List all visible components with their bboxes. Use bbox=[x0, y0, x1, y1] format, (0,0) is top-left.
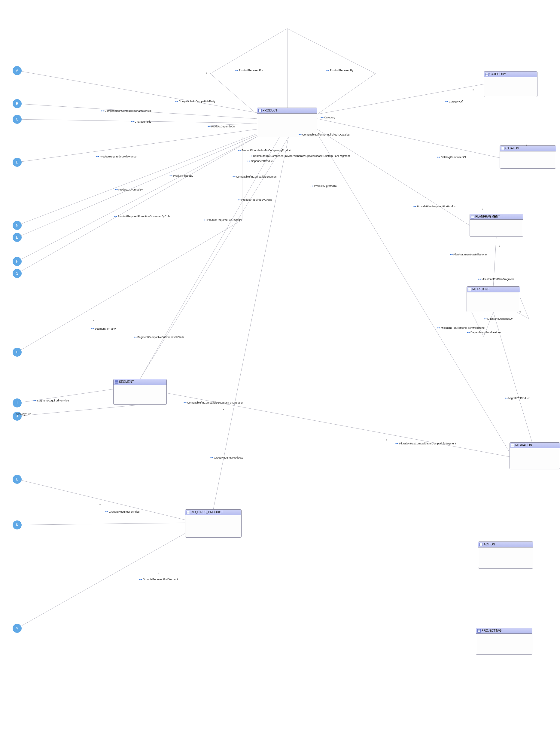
relationship-label[interactable]: Compatible/InCompatibleCharacteristic bbox=[101, 109, 151, 112]
entity-title: PROJECTTAG bbox=[482, 628, 501, 633]
entity-segment[interactable]: SEGMENT bbox=[113, 379, 167, 405]
anchor-bullet-F[interactable]: F bbox=[13, 257, 22, 266]
entity-requires_product[interactable]: REQUIRES_PRODUCT bbox=[185, 509, 242, 538]
relationship-label[interactable]: SegmentForParty bbox=[91, 327, 116, 330]
anchor-bullet-H[interactable]: H bbox=[13, 348, 22, 357]
relationship-label[interactable]: ProductRequiredByGroup bbox=[238, 198, 272, 201]
anchor-bullet-E[interactable]: E bbox=[13, 233, 22, 242]
relationship-label[interactable]: GroupIsRequiredForDiscount bbox=[139, 578, 178, 581]
relationship-label[interactable]: ProductGovernedBy bbox=[115, 188, 143, 191]
relationship-label[interactable]: PlanFragmentHasMilestone bbox=[450, 253, 487, 256]
relationship-label[interactable]: CatalogComprisedOf bbox=[437, 156, 466, 159]
entity-catalog[interactable]: CATALOG bbox=[500, 145, 556, 169]
entity-header[interactable]: PRODUCT bbox=[257, 108, 317, 114]
anchor-bullet-C[interactable]: C bbox=[13, 115, 22, 124]
relationship-label[interactable]: SegmentCompatible/InCompatibleWith bbox=[134, 336, 184, 339]
anchor-bullet-I[interactable]: I bbox=[13, 398, 22, 407]
relationship-label[interactable]: GroupIsRequiredForPrice bbox=[105, 510, 140, 513]
multiplicity-star: * bbox=[473, 89, 474, 92]
relationship-label[interactable]: Compatible/InCompatibleParty bbox=[175, 100, 215, 103]
multiplicity-star: * bbox=[373, 72, 375, 75]
anchor-bullet-N[interactable]: N bbox=[13, 221, 22, 230]
relationship-label[interactable]: CompatibleOfferingPublishedToCatalog bbox=[299, 133, 349, 136]
relationship-text: Category bbox=[324, 116, 335, 119]
relationship-label[interactable]: SegmentRequiredForPrice bbox=[33, 399, 69, 402]
multiplicity-star: * bbox=[526, 144, 527, 148]
entity-category[interactable]: CATEGORY bbox=[484, 71, 537, 97]
entity-header[interactable]: SEGMENT bbox=[114, 379, 166, 385]
relationship-label[interactable]: ProductRequiredForActionGovernedByRule bbox=[114, 215, 170, 218]
anchor-bullet-L[interactable]: L bbox=[13, 475, 22, 484]
relationship-text: CategoryOf bbox=[449, 100, 463, 103]
entity-header[interactable]: ACTION bbox=[478, 542, 533, 547]
relationship-text: Compatible/InCompatibleCharacteristic bbox=[105, 109, 151, 112]
entity-header[interactable]: MILESTONE bbox=[467, 287, 520, 292]
relationship-label[interactable]: ProductRequiredForAllowance bbox=[96, 155, 136, 158]
relationship-label[interactable]: Compatible/InCompatibleSegment bbox=[233, 175, 277, 178]
relationship-text: CompatibleOfferingPublishedToCatalog bbox=[302, 133, 349, 136]
relationship-text: CatalogComprisedOf bbox=[441, 156, 466, 159]
relationship-text: SegmentRequiredForPrice bbox=[37, 399, 69, 402]
anchor-bullet-B[interactable]: B bbox=[13, 99, 22, 108]
relationship-text: PlanFragmentHasMilestone bbox=[453, 253, 487, 256]
anchor-bullet-G[interactable]: G bbox=[13, 269, 22, 278]
svg-rect-24 bbox=[480, 543, 483, 546]
entity-action[interactable]: ACTION bbox=[478, 541, 533, 569]
relationship-text: ContributesTo ComprisedProvide/Withdraw/… bbox=[253, 154, 350, 157]
relationship-label[interactable]: DependentProduct bbox=[247, 160, 273, 163]
relationship-label[interactable]: MilestoneForPlanFragment bbox=[478, 278, 514, 281]
relationship-icon bbox=[395, 442, 398, 445]
entity-migration[interactable]: MIGRATION bbox=[510, 442, 560, 469]
table-icon bbox=[511, 444, 514, 447]
entity-header[interactable]: MIGRATION bbox=[510, 443, 560, 448]
relationship-label[interactable]: ProductPricedBy bbox=[169, 174, 193, 177]
relationship-label[interactable]: Characteristic bbox=[131, 120, 151, 123]
anchor-bullet-A[interactable]: A bbox=[13, 66, 22, 75]
relationship-label[interactable]: ProductRequiredFor bbox=[235, 69, 263, 72]
relationship-label[interactable]: DependencyForMilestone bbox=[467, 331, 501, 334]
relationship-icon bbox=[326, 69, 329, 72]
anchor-bullet-D[interactable]: D bbox=[13, 158, 22, 167]
relationship-label[interactable]: MigrationHasCompatible/InCompatibleSegme… bbox=[395, 442, 456, 445]
relationship-text: ProductRequiredByGroup bbox=[241, 198, 272, 201]
table-icon bbox=[187, 511, 190, 514]
relationship-icon bbox=[235, 69, 238, 72]
relationship-label[interactable]: ProductRequiredForDiscount bbox=[204, 218, 242, 221]
entity-projecttag[interactable]: PROJECTTAG bbox=[476, 628, 532, 655]
relationship-label[interactable]: MigrateToProduct bbox=[505, 397, 530, 400]
relationship-label[interactable]: Compatible/InCompatibleSegmentForMigrati… bbox=[184, 401, 244, 404]
table-icon bbox=[115, 380, 118, 384]
edge bbox=[140, 137, 279, 379]
relationship-text: MilestoneDependsOn bbox=[487, 317, 513, 320]
relationship-label[interactable]: CategoryOf bbox=[445, 100, 463, 103]
relationship-label[interactable]: MilestoneToMilestoneFromMilestone bbox=[437, 326, 485, 329]
relationship-label[interactable]: ContributesTo ComprisedProvide/Withdraw/… bbox=[249, 154, 350, 157]
svg-rect-12 bbox=[468, 288, 471, 291]
relationship-label[interactable]: MilestoneDependsOn bbox=[484, 317, 513, 320]
anchor-bullet-K[interactable]: K bbox=[13, 520, 22, 529]
relationship-label[interactable]: ProductDependsOn bbox=[208, 125, 235, 128]
relationship-label[interactable]: ProvidePlanFragmentForProduct bbox=[413, 205, 457, 208]
relationship-label[interactable]: orPolicyRule bbox=[16, 413, 31, 416]
multiplicity-star: * bbox=[520, 311, 521, 314]
entity-header[interactable]: PROJECTTAG bbox=[476, 628, 532, 634]
relationship-label[interactable]: Category bbox=[321, 116, 335, 119]
relationship-text: ProductRequiredBy bbox=[330, 69, 353, 72]
edge bbox=[17, 134, 257, 225]
table-icon bbox=[258, 109, 262, 112]
relationship-label[interactable]: ProductRequiredBy bbox=[326, 69, 353, 72]
multiplicity-star: * bbox=[499, 245, 500, 249]
entity-header[interactable]: CATEGORY bbox=[484, 72, 537, 77]
entity-header[interactable]: REQUIRES_PRODUCT bbox=[185, 510, 241, 515]
relationship-icon bbox=[115, 188, 118, 191]
relationship-label[interactable]: ProductMigratedTo bbox=[310, 185, 337, 188]
relationship-label[interactable]: ProductContributesTo ComprisingProduct bbox=[238, 149, 291, 152]
entity-title: CATEGORY bbox=[489, 72, 506, 77]
anchor-bullet-M[interactable]: M bbox=[13, 624, 22, 633]
entity-header[interactable]: PLANFRAGMENT bbox=[470, 214, 523, 220]
entity-milestone[interactable]: MILESTONE bbox=[467, 286, 520, 312]
entity-header[interactable]: CATALOG bbox=[500, 146, 556, 151]
table-icon bbox=[468, 288, 471, 291]
relationship-label[interactable]: GroupRequiresProducts bbox=[210, 456, 243, 459]
entity-planfragment[interactable]: PLANFRAGMENT bbox=[470, 214, 523, 237]
